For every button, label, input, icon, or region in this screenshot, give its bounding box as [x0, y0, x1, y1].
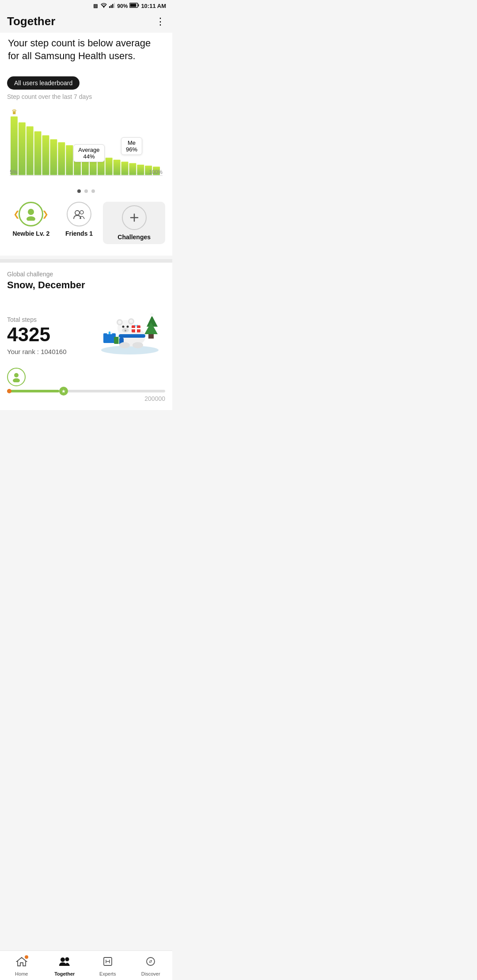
- svg-rect-42: [109, 332, 110, 334]
- rank-text: Your rank : 1040160: [7, 348, 95, 355]
- svg-rect-40: [103, 333, 116, 343]
- svg-rect-9: [11, 117, 18, 175]
- leaderboard-section: All users leaderboard Step count over th…: [0, 69, 172, 256]
- svg-point-59: [132, 342, 143, 348]
- challenge-type: Global challenge: [7, 271, 165, 278]
- svg-point-66: [13, 378, 20, 382]
- profile-label: Newbie Lv. 2: [12, 230, 49, 237]
- leaderboard-chart: ♛: [7, 106, 165, 185]
- global-challenge-section: Global challenge Snow, December Total st…: [0, 263, 172, 362]
- profile-action[interactable]: ❮ ❯ Newbie Lv. 2: [7, 202, 55, 244]
- svg-rect-12: [34, 132, 42, 175]
- subtitle-text: Your step count is below average for all…: [0, 33, 172, 69]
- chart-pct-left: 5%: [10, 169, 17, 175]
- challenge-stats: Total steps 4325 Your rank : 1040160: [7, 316, 95, 355]
- friends-label: Friends 1: [65, 230, 93, 237]
- dot-2[interactable]: [84, 189, 88, 193]
- challenges-label: Challenges: [117, 234, 151, 241]
- section-divider: [0, 259, 172, 263]
- svg-rect-11: [26, 126, 34, 175]
- svg-point-0: [103, 7, 104, 8]
- progress-start-dot: [7, 389, 11, 393]
- svg-point-48: [118, 320, 121, 324]
- svg-rect-7: [130, 4, 136, 7]
- status-bar: ▨ 90% 10:11 AM: [0, 0, 172, 11]
- svg-point-53: [127, 326, 129, 328]
- svg-rect-4: [114, 3, 115, 8]
- app-header: Together ⋮: [0, 11, 172, 33]
- svg-rect-2: [111, 5, 112, 8]
- challenges-icon: [122, 205, 147, 230]
- svg-rect-3: [112, 4, 114, 8]
- app-title: Together: [7, 15, 55, 28]
- svg-rect-16: [66, 145, 73, 175]
- progress-bar: ★: [7, 390, 165, 392]
- progress-star: ★: [59, 387, 68, 396]
- dot-1[interactable]: [77, 189, 81, 193]
- more-menu-button[interactable]: ⋮: [155, 16, 165, 27]
- avatar-icon: [19, 202, 43, 226]
- leaderboard-badge[interactable]: All users leaderboard: [7, 76, 80, 90]
- sim-icon: ▨: [93, 3, 98, 9]
- svg-rect-15: [58, 142, 65, 175]
- svg-point-29: [28, 209, 34, 215]
- battery-icon: [129, 3, 139, 9]
- user-actions-row: ❮ ❯ Newbie Lv. 2: [7, 199, 165, 251]
- svg-rect-21: [106, 158, 113, 175]
- svg-point-30: [26, 216, 35, 221]
- svg-text:♛: ♛: [11, 109, 17, 116]
- signal-icon: [109, 3, 115, 9]
- progress-section: ★ 200000: [0, 362, 172, 410]
- svg-rect-25: [137, 165, 144, 175]
- svg-rect-62: [132, 328, 140, 329]
- wifi-icon: [100, 3, 107, 9]
- svg-rect-38: [148, 334, 154, 339]
- svg-point-50: [129, 320, 133, 323]
- svg-point-65: [14, 373, 19, 377]
- svg-rect-24: [129, 163, 136, 175]
- total-steps-label: Total steps: [7, 316, 95, 323]
- chart-pct-right: 100%: [149, 169, 163, 175]
- friends-icon: [67, 202, 91, 226]
- average-tooltip: Average 44%: [73, 144, 104, 162]
- dot-3[interactable]: [91, 189, 95, 193]
- progress-end-label: 200000: [7, 395, 165, 402]
- step-count-label: Step count over the last 7 days: [7, 93, 165, 100]
- svg-rect-10: [19, 122, 26, 175]
- svg-rect-1: [109, 6, 110, 8]
- me-tooltip: Me 96%: [121, 137, 142, 155]
- progress-fill: [7, 390, 59, 392]
- total-steps-value: 4325: [7, 325, 95, 344]
- bear-illustration: [95, 298, 165, 355]
- svg-point-32: [80, 211, 83, 214]
- svg-rect-56: [119, 335, 145, 336]
- svg-point-31: [75, 211, 80, 215]
- friends-action[interactable]: Friends 1: [55, 202, 103, 244]
- svg-point-58: [119, 342, 130, 348]
- svg-rect-14: [50, 139, 57, 175]
- svg-rect-6: [138, 4, 139, 7]
- svg-point-54: [125, 330, 126, 332]
- svg-rect-13: [42, 136, 49, 175]
- svg-point-39: [150, 313, 154, 317]
- svg-point-52: [122, 326, 125, 328]
- pagination-dots: [7, 189, 165, 193]
- right-wing-icon: ❯: [42, 209, 49, 219]
- svg-rect-23: [121, 162, 129, 175]
- svg-rect-22: [114, 160, 121, 175]
- battery-percent: 90%: [117, 3, 128, 9]
- challenge-content: Total steps 4325 Your rank : 1040160: [7, 298, 165, 355]
- svg-point-35: [101, 346, 159, 354]
- challenge-name: Snow, December: [7, 279, 165, 291]
- challenges-action[interactable]: Challenges: [103, 202, 165, 244]
- progress-avatar: [7, 368, 26, 386]
- time-display: 10:11 AM: [141, 3, 166, 9]
